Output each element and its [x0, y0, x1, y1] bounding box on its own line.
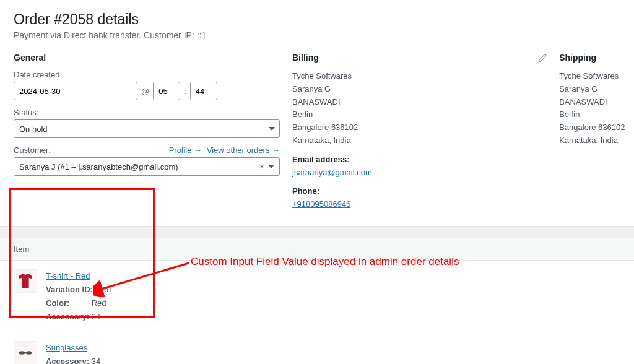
- customer-value: Saranya J (#1 – j.saranyabtech@gmail.com…: [19, 162, 178, 171]
- variation-id-value: 1061: [95, 285, 113, 294]
- billing-phone-link[interactable]: +918095086946: [292, 199, 350, 209]
- shipping-heading: Shipping: [559, 53, 632, 63]
- phone-label: Phone:: [292, 185, 547, 198]
- hour-input[interactable]: [153, 82, 180, 100]
- color-label: Color:: [46, 297, 89, 310]
- accessory-value: 34: [92, 357, 100, 364]
- billing-email-link[interactable]: jsaraanya@gmail.com: [292, 168, 372, 177]
- order-details-panel: Order #2058 details Payment via Direct b…: [0, 0, 634, 227]
- chevron-down-icon: [268, 165, 274, 168]
- chevron-down-icon: [269, 127, 275, 131]
- billing-heading: Billing: [292, 53, 547, 63]
- product-thumbnail[interactable]: [14, 269, 37, 293]
- shipping-address: Tyche Softwares Saranya G BANASWADI Berl…: [559, 70, 632, 147]
- status-select[interactable]: On hold: [14, 119, 280, 138]
- tshirt-icon: [16, 272, 35, 290]
- order-subtitle: Payment via Direct bank transfer. Custom…: [14, 30, 620, 40]
- billing-address: Tyche Softwares Saranya G BANASWADI Berl…: [292, 70, 547, 211]
- items-panel: Item T-shirt - Red Variation ID: 1061 Co…: [0, 238, 634, 364]
- customer-row: Customer: Profile → View other orders → …: [14, 145, 280, 176]
- shipping-column: Shipping Tyche Softwares Saranya G BANAS…: [559, 53, 632, 211]
- customer-links: Profile → View other orders →: [167, 145, 280, 155]
- time-separator: :: [184, 87, 186, 96]
- general-column: General Date created: @ : Status: On hol…: [14, 53, 292, 211]
- minute-input[interactable]: [190, 82, 217, 100]
- page-title: Order #2058 details: [14, 11, 620, 28]
- product-thumbnail[interactable]: [14, 341, 37, 364]
- accessory-value: 34: [92, 312, 100, 321]
- item-row: Sunglasses Accessory: 34: [0, 332, 634, 364]
- accessory-label: Accessory:: [46, 310, 89, 324]
- customer-select[interactable]: Saranya J (#1 – j.saranyabtech@gmail.com…: [14, 157, 280, 176]
- general-heading: General: [14, 53, 280, 63]
- accessory-label: Accessory:: [46, 355, 89, 364]
- color-value: Red: [92, 298, 106, 308]
- product-link[interactable]: Sunglasses: [46, 343, 87, 352]
- date-created-row: @ :: [14, 82, 280, 100]
- items-header: Item: [0, 238, 634, 261]
- billing-column: Billing Tyche Softwares Saranya G BANASW…: [292, 53, 559, 211]
- status-row: Status: On hold: [14, 108, 280, 138]
- product-link[interactable]: T-shirt - Red: [46, 271, 90, 280]
- at-separator: @: [141, 87, 149, 96]
- item-row: T-shirt - Red Variation ID: 1061 Color: …: [0, 261, 634, 332]
- view-other-orders-link[interactable]: View other orders →: [207, 145, 280, 155]
- profile-link[interactable]: Profile →: [169, 145, 202, 155]
- email-label: Email address:: [292, 154, 547, 167]
- clear-customer-icon[interactable]: ×: [259, 162, 264, 171]
- date-created-label: Date created:: [14, 70, 280, 79]
- customer-label: Customer:: [14, 145, 51, 155]
- variation-id-label: Variation ID:: [46, 283, 93, 297]
- svg-rect-2: [24, 352, 27, 353]
- edit-billing-icon[interactable]: [538, 54, 547, 64]
- sunglasses-icon: [16, 344, 35, 362]
- status-value: On hold: [19, 124, 48, 134]
- date-input[interactable]: [14, 82, 137, 100]
- status-label: Status:: [14, 108, 280, 117]
